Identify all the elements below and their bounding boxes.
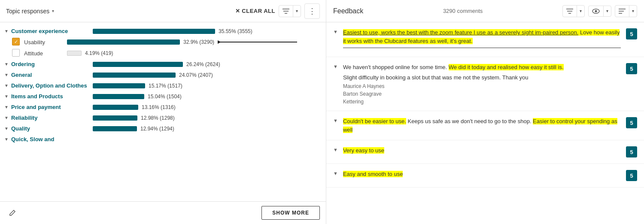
topic-bar-fill — [93, 126, 137, 131]
comment-highlight: Couldn't be easier to use. — [343, 118, 406, 124]
edit-icon[interactable] — [6, 206, 19, 219]
comment-highlight: Very easy to use — [343, 147, 384, 154]
topics-list: ▼ Customer experience 35.55% (3555) ✓ Us… — [0, 22, 326, 201]
comment-expand-icon[interactable]: ▼ — [333, 118, 338, 123]
comment-highlight: Easiest to use, works the best with the … — [343, 29, 578, 36]
topic-row-reliability[interactable]: ▼ Reliability 12.98% (1298) — [0, 112, 326, 123]
topic-bar-value: 12.98% (1298) — [141, 115, 175, 121]
sub-row-attitude[interactable]: Attitude 4.19% (419) — [0, 48, 326, 59]
topic-bar-value: 15.04% (1504) — [148, 94, 182, 100]
sub-label: Attitude — [24, 50, 63, 57]
comment-expand-icon[interactable]: ▼ — [333, 147, 338, 152]
filter-dropdown-button[interactable]: ▾ — [279, 5, 301, 17]
topic-label: Quick, Slow and — [11, 136, 88, 142]
comment-item: ▼ Very easy to use 5 — [326, 140, 644, 164]
topic-bar-track — [93, 126, 137, 131]
topic-label: Ordering — [11, 61, 88, 67]
topic-bar-track — [93, 62, 183, 67]
checkbox-unchecked[interactable] — [12, 49, 20, 57]
comment-expand-icon[interactable]: ▼ — [333, 171, 338, 176]
topic-label: Reliability — [11, 115, 88, 121]
topic-label: Price and payment — [11, 104, 88, 110]
comment-highlight: Easy and smooth to use — [343, 171, 403, 177]
view-arrow-icon: ▾ — [604, 6, 611, 16]
sub-bar-value: 4.19% (419) — [85, 50, 113, 56]
topic-bar-track — [93, 115, 137, 121]
topic-row-items-products[interactable]: ▼ Items and Products 15.04% (1504) — [0, 91, 326, 102]
topic-bar-value: 12.94% (1294) — [140, 126, 174, 132]
comment-item: ▼ We haven't shopped online for some tim… — [326, 57, 644, 111]
topic-responses-label: Topic responses — [6, 8, 49, 15]
show-more-button[interactable]: SHOW MORE — [261, 206, 320, 220]
dots-icon: ⋮ — [308, 6, 316, 16]
filter-icon — [279, 6, 293, 17]
sub-bar-track — [67, 51, 82, 56]
comment-highlight: We did it today and realised how easy it… — [449, 64, 564, 70]
collapse-icon: ▼ — [4, 29, 11, 33]
topic-bar-container: 12.98% (1298) — [93, 115, 320, 121]
topic-row-quick-slow[interactable]: ▼ Quick, Slow and — [0, 134, 326, 145]
right-panel: Feedback 3290 comments ▾ — [326, 0, 644, 224]
sub-bar-container: 32.9% (3290) — [67, 38, 320, 46]
right-filter-dropdown[interactable]: ▾ — [562, 5, 585, 17]
sort-icon — [615, 6, 629, 17]
expand-icon: ▼ — [4, 137, 11, 142]
header-right-controls: ✕ CLEAR ALL ▾ ⋮ — [235, 3, 320, 19]
comments-list: ▼ Easiest to use, works the best with th… — [326, 22, 644, 224]
topic-bar-fill — [93, 83, 145, 88]
comment-expand-icon[interactable]: ▼ — [333, 29, 338, 34]
comment-body: Easy and smooth to use — [343, 170, 621, 179]
topic-bar-track — [93, 105, 138, 110]
topic-bar-fill — [93, 105, 138, 110]
topic-bar-container: 26.24% (2624) — [93, 61, 320, 67]
topic-bar-container: 13.16% (1316) — [93, 104, 320, 110]
clear-all-button[interactable]: ✕ CLEAR ALL — [235, 8, 275, 14]
topic-bar-value: 13.16% (1316) — [142, 104, 176, 110]
checkbox-checked[interactable]: ✓ — [12, 38, 20, 45]
sub-bar-fill — [67, 39, 180, 45]
comment-expand-icon[interactable]: ▼ — [333, 64, 338, 69]
right-filter-arrow-icon: ▾ — [577, 6, 584, 16]
comment-text-segment: We haven't shopped online for some time. — [343, 64, 449, 70]
topic-bar-track — [93, 94, 144, 99]
score-badge: 5 — [626, 170, 637, 181]
comment-item: ▼ Easiest to use, works the best with th… — [326, 22, 644, 57]
feedback-title: Feedback — [333, 7, 363, 15]
topic-row-price-payment[interactable]: ▼ Price and payment 13.16% (1316) — [0, 102, 326, 112]
comment-text: Easiest to use, works the best with the … — [343, 28, 621, 45]
topic-bar-container: 15.04% (1504) — [93, 94, 320, 100]
topic-label: Delivery, Option and Clothes — [11, 82, 88, 89]
topic-responses-button[interactable]: Topic responses ▾ — [6, 8, 54, 15]
view-dropdown[interactable]: ▾ — [588, 6, 611, 17]
comment-meta: Maurice A Haynes — [343, 83, 621, 89]
comment-item: ▼ Couldn't be easier to use. Keeps us sa… — [326, 111, 644, 140]
sub-row-usability[interactable]: ✓ Usability 32.9% (3290) — [0, 36, 326, 48]
topic-bar-track — [93, 73, 176, 78]
comment-body: Easiest to use, works the best with the … — [343, 28, 621, 51]
topic-row-general[interactable]: ▼ General 24.07% (2407) — [0, 70, 326, 80]
sub-bar-fill — [67, 51, 82, 56]
score-badge: 5 — [626, 146, 637, 157]
checkbox-wrap[interactable] — [12, 49, 21, 58]
comment-meta: Kettering — [343, 99, 621, 105]
topic-label: General — [11, 72, 88, 78]
right-header: Feedback 3290 comments ▾ — [326, 0, 644, 22]
score-badge: 5 — [626, 28, 637, 39]
comments-count: 3290 comments — [443, 8, 483, 14]
sub-label: Usability — [24, 39, 63, 45]
topic-row-quality[interactable]: ▼ Quality 12.94% (1294) — [0, 123, 326, 134]
sort-dropdown[interactable]: ▾ — [615, 5, 637, 17]
topic-row-customer-experience[interactable]: ▼ Customer experience 35.55% (3555) — [0, 26, 326, 36]
topic-bar-container: 35.55% (3555) — [93, 28, 320, 34]
comment-body: Very easy to use — [343, 146, 621, 155]
comment-extra-text: Slight difficulty in booking a slot but … — [343, 73, 621, 82]
more-options-button[interactable]: ⋮ — [304, 3, 320, 19]
chevron-down-icon: ▾ — [52, 9, 54, 13]
topic-bar-fill — [93, 94, 144, 99]
arrow-annotation — [218, 38, 304, 46]
checkbox-wrap[interactable]: ✓ — [12, 38, 21, 46]
comment-divider — [343, 48, 621, 48]
topic-bar-container: 15.17% (1517) — [93, 83, 320, 89]
topic-row-delivery[interactable]: ▼ Delivery, Option and Clothes 15.17% (1… — [0, 80, 326, 91]
topic-row-ordering[interactable]: ▼ Ordering 26.24% (2624) — [0, 59, 326, 70]
